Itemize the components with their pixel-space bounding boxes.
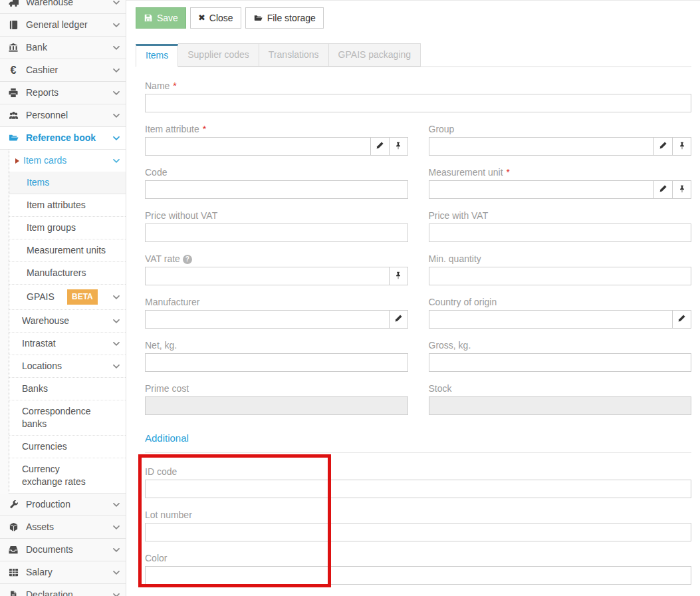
manufacturer-edit-button[interactable] bbox=[389, 310, 408, 329]
stock-input bbox=[429, 396, 692, 415]
group-pin-button[interactable] bbox=[672, 137, 691, 156]
sidebar-item-currencies[interactable]: Currencies bbox=[9, 436, 126, 458]
help-icon[interactable]: ? bbox=[183, 255, 192, 264]
chevron-down-icon bbox=[113, 91, 120, 95]
sidebar-item-reference-book[interactable]: Reference book bbox=[0, 127, 126, 150]
vat-rate-input[interactable] bbox=[145, 267, 390, 285]
section-additional-link[interactable]: Additional bbox=[145, 432, 691, 444]
sidebar-item-documents[interactable]: Documents bbox=[0, 539, 126, 561]
pin-icon bbox=[394, 141, 402, 152]
required-asterisk: * bbox=[173, 80, 176, 92]
group-input[interactable] bbox=[429, 137, 655, 156]
sidebar-item-gpais[interactable]: GPAIS BETA bbox=[9, 285, 126, 310]
file-storage-button[interactable]: File storage bbox=[245, 7, 324, 29]
chevron-down-icon bbox=[113, 571, 120, 575]
field-label: Item attribute bbox=[145, 124, 199, 135]
sidebar-item-label: Intrastat bbox=[22, 337, 56, 350]
sidebar-item-label: Bank bbox=[26, 41, 107, 54]
reference-book-submenu: Item cards Items Item attributes Item gr… bbox=[9, 150, 126, 494]
code-input[interactable] bbox=[145, 180, 408, 199]
country-of-origin-input[interactable] bbox=[429, 310, 673, 329]
chevron-down-icon bbox=[113, 1, 120, 5]
measurement-unit-input[interactable] bbox=[429, 180, 655, 199]
min-quantity-input[interactable] bbox=[429, 267, 692, 285]
pencil-icon bbox=[376, 141, 384, 152]
sidebar-item-item-cards[interactable]: Item cards bbox=[9, 150, 126, 172]
manufacturer-input[interactable] bbox=[145, 310, 390, 329]
beta-badge: BETA bbox=[67, 289, 98, 305]
field-price-with-vat: Price with VAT bbox=[429, 210, 692, 242]
sidebar-item-item-attributes[interactable]: Item attributes bbox=[9, 194, 126, 217]
field-label: Code bbox=[145, 167, 167, 178]
measurement-unit-pin-button[interactable] bbox=[672, 180, 691, 199]
sidebar-item-banks[interactable]: Banks bbox=[9, 378, 126, 400]
sidebar-item-label: Assets bbox=[26, 521, 107, 533]
sidebar-item-label: Banks bbox=[22, 382, 48, 395]
sidebar-item-label: General ledger bbox=[26, 19, 107, 31]
gross-kg-input[interactable] bbox=[429, 353, 692, 372]
truck-icon bbox=[7, 0, 20, 8]
main-content: Save ✖ Close File storage Items Supplier… bbox=[126, 0, 700, 596]
sidebar-item-reports[interactable]: Reports bbox=[0, 82, 126, 104]
sidebar-item-personnel[interactable]: Personnel bbox=[0, 104, 126, 127]
tab-items[interactable]: Items bbox=[136, 44, 178, 67]
tab-supplier-codes[interactable]: Supplier codes bbox=[178, 43, 259, 67]
price-with-vat-input[interactable] bbox=[429, 224, 692, 242]
document-icon bbox=[7, 590, 20, 596]
tab-label: Supplier codes bbox=[187, 49, 249, 60]
vat-rate-pin-button[interactable] bbox=[389, 267, 408, 285]
close-button[interactable]: ✖ Close bbox=[190, 7, 241, 29]
sidebar-item-salary[interactable]: Salary bbox=[0, 561, 126, 584]
net-kg-input[interactable] bbox=[145, 353, 408, 372]
sidebar-item-declaration[interactable]: Declaration bbox=[0, 584, 126, 596]
field-label: Price without VAT bbox=[145, 210, 217, 222]
sidebar-item-manufacturers[interactable]: Manufacturers bbox=[9, 262, 126, 285]
id-code-input[interactable] bbox=[145, 480, 691, 498]
sidebar-item-label: GPAIS bbox=[27, 291, 55, 303]
save-button-label: Save bbox=[157, 12, 178, 24]
group-edit-button[interactable] bbox=[653, 137, 673, 156]
sidebar-item-warehouse-ref[interactable]: Warehouse bbox=[9, 310, 126, 333]
item-attribute-pin-button[interactable] bbox=[389, 137, 408, 156]
sidebar-item-general-ledger[interactable]: General ledger bbox=[0, 14, 126, 37]
folder-open-icon bbox=[7, 133, 20, 143]
tab-gpais-packaging[interactable]: GPAIS packaging bbox=[329, 43, 421, 67]
sidebar-item-measurement-units[interactable]: Measurement units bbox=[9, 239, 126, 262]
country-of-origin-edit-button[interactable] bbox=[672, 310, 691, 329]
field-label: Stock bbox=[429, 383, 452, 394]
book-icon bbox=[7, 20, 20, 30]
tab-label: Items bbox=[146, 50, 168, 61]
field-group: Group bbox=[429, 124, 692, 156]
required-asterisk: * bbox=[507, 167, 510, 178]
sidebar-item-warehouse[interactable]: Warehouse bbox=[0, 0, 126, 14]
save-button[interactable]: Save bbox=[136, 7, 186, 29]
field-stock: Stock bbox=[429, 383, 692, 415]
sidebar-item-intrastat[interactable]: Intrastat bbox=[9, 333, 126, 355]
tab-label: Translations bbox=[269, 49, 319, 60]
field-lot-number: Lot number bbox=[145, 510, 691, 541]
sidebar-item-label: Manufacturers bbox=[27, 267, 86, 279]
sidebar-item-items[interactable]: Items bbox=[9, 172, 126, 194]
bank-icon bbox=[7, 43, 20, 53]
sidebar-item-cashier[interactable]: € Cashier bbox=[0, 59, 126, 82]
sidebar-item-label: Personnel bbox=[26, 109, 107, 122]
sidebar-item-correspondence-banks[interactable]: Correspondence banks bbox=[9, 400, 126, 436]
lot-number-input[interactable] bbox=[145, 523, 691, 541]
sidebar-item-currency-exchange-rates[interactable]: Currency exchange rates bbox=[9, 458, 126, 493]
sidebar-item-bank[interactable]: Bank bbox=[0, 37, 126, 59]
field-price-without-vat: Price without VAT bbox=[145, 210, 408, 242]
price-without-vat-input[interactable] bbox=[145, 224, 408, 242]
name-input[interactable] bbox=[145, 94, 691, 112]
field-manufacturer: Manufacturer bbox=[145, 297, 408, 329]
item-attribute-edit-button[interactable] bbox=[370, 137, 390, 156]
measurement-unit-edit-button[interactable] bbox=[653, 180, 673, 199]
chevron-down-icon bbox=[113, 23, 120, 27]
sidebar-item-assets[interactable]: Assets bbox=[0, 516, 126, 539]
sidebar-item-label: Production bbox=[26, 498, 107, 511]
color-input[interactable] bbox=[145, 566, 691, 585]
sidebar-item-locations[interactable]: Locations bbox=[9, 355, 126, 378]
sidebar-item-production[interactable]: Production bbox=[0, 494, 126, 516]
sidebar-item-item-groups[interactable]: Item groups bbox=[9, 217, 126, 239]
tab-translations[interactable]: Translations bbox=[259, 43, 329, 67]
item-attribute-input[interactable] bbox=[145, 137, 371, 156]
